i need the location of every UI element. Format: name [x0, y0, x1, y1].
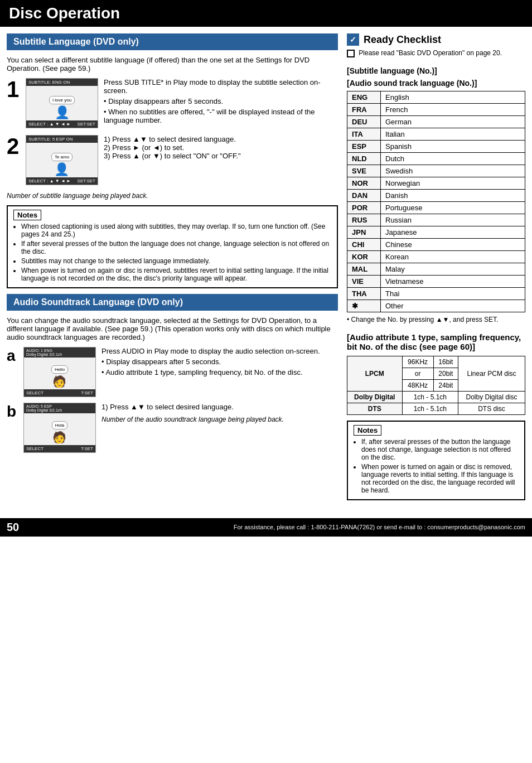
- audio-notes-box: Notes If, after several presses of the b…: [347, 421, 525, 500]
- lang-code: MAL: [347, 263, 381, 275]
- step-a-select-bar: SELECT T:SET: [24, 389, 95, 397]
- lang-code: DAN: [347, 189, 381, 201]
- lang-name: Korean: [381, 250, 525, 263]
- step1-subtitle-bar: SUBTITLE: ENG ON: [26, 79, 98, 86]
- step-b-block: b AUDIO: 5 ESP Dolby Digital 3/2.1ch Hol…: [7, 403, 338, 453]
- lang-table-row: THAThai: [347, 287, 525, 300]
- lang-name: Spanish: [381, 140, 525, 152]
- lang-table-row: ENGEnglish: [347, 91, 525, 103]
- lang-name: Danish: [381, 189, 525, 201]
- right-column: ✓ Ready Checklist Please read "Basic DVD…: [347, 33, 525, 506]
- lpcm-bit2: 20bit: [433, 368, 458, 379]
- lang-table-row: KORKorean: [347, 250, 525, 263]
- step-b-select-right: T:SET: [81, 446, 93, 451]
- step2-content: 1) Press ▲▼ to select desired language. …: [104, 135, 338, 185]
- step-a-audio-bar: AUDIO: 1 ENG Dolby Digital 3/2.1ch: [24, 347, 95, 358]
- step-a-bullet2: • Audio attribute 1 type, sampling frequ…: [101, 368, 338, 376]
- step-b-caption: Number of the audio soundtrack language …: [101, 416, 338, 423]
- lang-table-row: PORPortuguese: [347, 201, 525, 214]
- step1-block: 1 SUBTITLE: ENG ON I love you 👤 SELECT :…: [7, 78, 338, 128]
- step2-instr2: 2) Press ► (or ◄) to set.: [104, 143, 338, 152]
- lang-name: Dutch: [381, 152, 525, 165]
- step2-block: 2 SUBTITLE: 5 ESP ON Te amo 👤 SELECT : ▲…: [7, 135, 338, 185]
- step-b-bubble: Hola: [52, 421, 67, 429]
- subtitle-intro: You can select a different subtitle lang…: [7, 56, 338, 73]
- step-a-select-left: SELECT: [26, 390, 43, 395]
- lang-code: ✱: [347, 300, 381, 312]
- lang-name: Thai: [381, 287, 525, 300]
- step1-bullet2: • When no subtitles are offered, "-" wil…: [104, 108, 338, 124]
- lang-table-row: ITAItalian: [347, 128, 525, 140]
- lang-table-row: ESPSpanish: [347, 140, 525, 152]
- audio-attr-section: [Audio attribute 1 type, sampling freque…: [347, 332, 525, 415]
- step-a-bullet1: • Display disappears after 5 seconds.: [101, 358, 338, 366]
- lang-table-row: FRAFrench: [347, 103, 525, 115]
- lang-table-row: NORNorwegian: [347, 177, 525, 189]
- step2-bubble: Te amo: [51, 153, 72, 161]
- subtitle-note-item: When closed captioning is used along wit…: [21, 223, 331, 238]
- lang-table-row: CHIChinese: [347, 238, 525, 250]
- step1-image: SUBTITLE: ENG ON I love you 👤 SELECT : ▲…: [26, 78, 98, 128]
- checklist-box: ✓ Ready Checklist Please read "Basic DVD…: [347, 33, 525, 57]
- lang-name: Malay: [381, 263, 525, 275]
- step-a-image: AUDIO: 1 ENG Dolby Digital 3/2.1ch Hello…: [23, 347, 96, 397]
- lang-table-row: DEUGerman: [347, 115, 525, 128]
- page-number: 50: [7, 521, 19, 534]
- audio-dts-row: DTS 1ch - 5.1ch DTS disc: [347, 403, 525, 414]
- lang-table-row: VIEVietnamese: [347, 275, 525, 287]
- step2-instr1: 1) Press ▲▼ to select desired language.: [104, 135, 338, 143]
- lang-code: NOR: [347, 177, 381, 189]
- lang-table-header1: [Subtitle language (No.)]: [347, 66, 525, 75]
- step-a-cmd: Press AUDIO: [101, 347, 144, 355]
- lang-code: DEU: [347, 115, 381, 128]
- audio-note-item: If, after several presses of the button …: [361, 438, 519, 461]
- lang-name: German: [381, 115, 525, 128]
- lang-table-row: MALMalay: [347, 263, 525, 275]
- lang-name: English: [381, 91, 525, 103]
- audio-notes-list: If, after several presses of the button …: [354, 438, 519, 494]
- step1-bullet1: • Display disappears after 5 seconds.: [104, 97, 338, 105]
- step-a-content: Press AUDIO in Play mode to display the …: [101, 347, 338, 397]
- lang-code: ENG: [347, 91, 381, 103]
- step-b-image: AUDIO: 5 ESP Dolby Digital 3/2.1ch Hola …: [23, 403, 96, 453]
- page-footer: 50 For assistance, please call : 1-800-2…: [0, 518, 532, 537]
- audio-section-header: Audio Soundtrack Language (DVD only): [7, 294, 338, 311]
- step-b-select-left: SELECT: [26, 446, 43, 451]
- step2-subtitle-bar: SUBTITLE: 5 ESP ON: [26, 136, 98, 143]
- step2-select-left: SELECT : ▲ ▼ ◄ ►: [28, 178, 71, 183]
- lpcm-bit1: 16bit: [433, 356, 458, 368]
- step2-image: SUBTITLE: 5 ESP ON Te amo 👤 SELECT : ▲ ▼…: [26, 135, 98, 185]
- dts-disc: DTS disc: [458, 403, 525, 414]
- lang-code: SVE: [347, 165, 381, 177]
- step2-select-bar: SELECT : ▲ ▼ ◄ ► SET:SET: [26, 177, 98, 185]
- subtitle-note-item: If after several presses of the button t…: [21, 240, 331, 255]
- step-b-instr1: 1) Press ▲▼ to select desired language.: [101, 403, 338, 411]
- lang-name: Norwegian: [381, 177, 525, 189]
- step1-select-left: SELECT : ▲ ▼ ◄ ►: [28, 122, 71, 127]
- audio-lpcm-row: LPCM 96KHz 16bit Linear PCM disc: [347, 356, 525, 368]
- language-table-section: [Subtitle language (No.)] [Audio sound t…: [347, 66, 525, 323]
- lang-code: KOR: [347, 250, 381, 263]
- lang-table-row: ✱Other: [347, 300, 525, 312]
- step2-instr3: 3) Press ▲ (or ▼) to select "ON" or "OFF…: [104, 152, 338, 160]
- step1-select-right: SET:SET: [78, 122, 95, 127]
- subtitle-notes-title: Notes: [13, 210, 41, 220]
- step2-caption: Number of subtitle language being played…: [7, 192, 338, 200]
- lang-name: Swedish: [381, 165, 525, 177]
- lang-table-row: RUSRussian: [347, 214, 525, 226]
- step2-select-right: SET:SET: [78, 178, 95, 183]
- audio-note-item: When power is turned on again or disc is…: [361, 463, 519, 494]
- step-b-label: b: [7, 403, 18, 453]
- lpcm-disc: Linear PCM disc: [458, 356, 525, 391]
- step1-bubble: I love you: [49, 96, 75, 104]
- step-a-label: a: [7, 347, 18, 397]
- lang-table-header2: [Audio sound track language (No.)]: [347, 79, 525, 88]
- lang-table-row: NLDDutch: [347, 152, 525, 165]
- checklist-label: Ready Checklist: [364, 34, 441, 46]
- step-a-cmd-rest: in Play mode to display the audio select…: [144, 347, 320, 355]
- lpcm-bit3: 24bit: [433, 379, 458, 391]
- dts-ch: 1ch - 5.1ch: [402, 403, 458, 414]
- step2-number: 2: [7, 135, 20, 185]
- lang-table-row: DANDanish: [347, 189, 525, 201]
- lang-name: Russian: [381, 214, 525, 226]
